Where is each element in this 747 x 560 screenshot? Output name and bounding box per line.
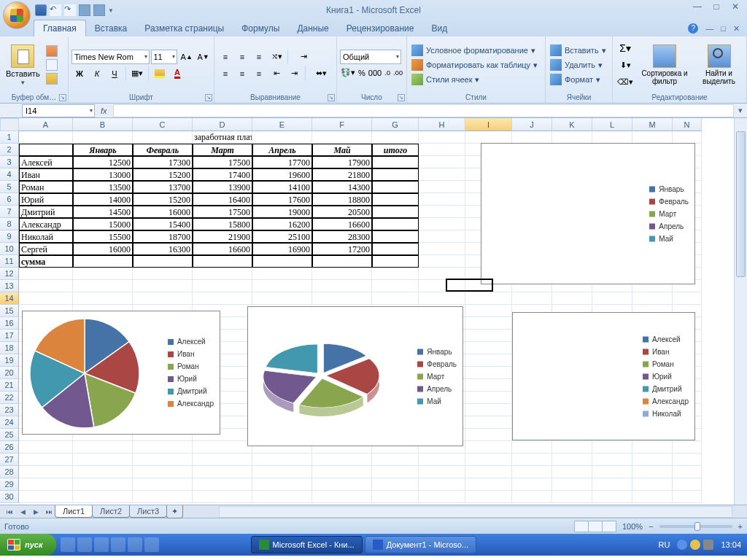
cell[interactable] bbox=[19, 280, 73, 292]
align-right-icon[interactable]: ≡ bbox=[251, 66, 267, 81]
cell[interactable]: 19600 bbox=[252, 168, 312, 181]
cell[interactable] bbox=[312, 478, 372, 491]
cell[interactable]: Александр bbox=[19, 218, 73, 230]
column-header-B[interactable]: B bbox=[73, 118, 133, 131]
cell[interactable]: итого bbox=[372, 144, 419, 156]
column-header-A[interactable]: A bbox=[19, 118, 73, 131]
cell[interactable]: сумма bbox=[19, 255, 73, 268]
cell[interactable] bbox=[673, 131, 702, 144]
vscroll-thumb[interactable] bbox=[736, 131, 746, 277]
cell[interactable] bbox=[372, 243, 419, 255]
cell-styles-button[interactable]: Стили ячеек ▾ bbox=[410, 73, 539, 86]
decrease-decimal-icon[interactable]: .00 bbox=[392, 66, 403, 80]
cell[interactable] bbox=[673, 441, 702, 454]
comma-icon[interactable]: 000 bbox=[368, 66, 382, 80]
cell[interactable]: 16400 bbox=[193, 193, 252, 206]
cell[interactable] bbox=[312, 466, 372, 478]
column-header-F[interactable]: F bbox=[312, 118, 372, 131]
wrap-text-icon[interactable]: ⇥ bbox=[291, 50, 316, 64]
cell[interactable]: Юрий bbox=[19, 193, 73, 206]
ribbon-minimize-icon[interactable]: — bbox=[705, 24, 713, 33]
cell[interactable] bbox=[419, 156, 465, 168]
cell[interactable] bbox=[673, 292, 702, 305]
italic-button[interactable]: К bbox=[89, 66, 105, 81]
shrink-font-icon[interactable]: A▼ bbox=[196, 50, 211, 64]
column-header-D[interactable]: D bbox=[193, 118, 252, 131]
cell[interactable] bbox=[465, 478, 512, 491]
cell[interactable] bbox=[193, 255, 252, 268]
cell[interactable] bbox=[252, 268, 312, 280]
cell[interactable]: Роман bbox=[19, 181, 73, 193]
fill-icon[interactable]: ⬇▾ bbox=[617, 58, 633, 72]
cell[interactable] bbox=[193, 466, 252, 478]
cell[interactable] bbox=[465, 330, 512, 342]
cell[interactable]: 16600 bbox=[312, 218, 372, 230]
cell[interactable] bbox=[372, 218, 419, 230]
cell[interactable] bbox=[372, 156, 419, 168]
cell[interactable] bbox=[419, 230, 465, 243]
cell[interactable]: 16000 bbox=[133, 206, 193, 218]
cell[interactable]: 13500 bbox=[73, 181, 133, 193]
percent-icon[interactable]: % bbox=[357, 66, 366, 80]
cell[interactable] bbox=[465, 292, 512, 305]
cell[interactable] bbox=[632, 441, 673, 454]
row-header[interactable]: 26 bbox=[0, 441, 19, 454]
row-header[interactable]: 24 bbox=[0, 416, 19, 429]
cell[interactable] bbox=[419, 466, 465, 478]
zoom-slider[interactable] bbox=[659, 525, 732, 528]
ql-icon-4[interactable] bbox=[111, 537, 125, 552]
conditional-formatting-button[interactable]: Условное форматирование ▾ bbox=[410, 44, 539, 57]
cell[interactable] bbox=[73, 454, 133, 466]
zoom-out-icon[interactable]: − bbox=[649, 522, 653, 531]
cell[interactable] bbox=[632, 292, 673, 305]
copy-icon[interactable] bbox=[46, 59, 58, 71]
cell[interactable] bbox=[419, 243, 465, 255]
cell[interactable] bbox=[73, 466, 133, 478]
fill-color-button[interactable] bbox=[152, 66, 168, 81]
cell[interactable] bbox=[252, 466, 312, 478]
row-header[interactable]: 18 bbox=[0, 342, 19, 354]
grow-font-icon[interactable]: A▲ bbox=[179, 50, 194, 64]
cell[interactable] bbox=[133, 255, 193, 268]
cell[interactable] bbox=[632, 491, 673, 503]
row-header[interactable]: 3 bbox=[0, 156, 19, 168]
cell[interactable]: 15400 bbox=[133, 218, 193, 230]
cell[interactable] bbox=[632, 466, 673, 478]
cell[interactable] bbox=[252, 280, 312, 292]
cell[interactable] bbox=[73, 268, 133, 280]
cell[interactable]: 20500 bbox=[312, 206, 372, 218]
cell[interactable]: Николай bbox=[19, 230, 73, 243]
align-bottom-icon[interactable]: ≡ bbox=[251, 50, 267, 64]
cell[interactable] bbox=[193, 441, 252, 454]
align-middle-icon[interactable]: ≡ bbox=[234, 50, 250, 64]
cell[interactable] bbox=[552, 466, 592, 478]
cell[interactable] bbox=[673, 466, 702, 478]
cell[interactable] bbox=[465, 342, 512, 354]
cell[interactable] bbox=[133, 466, 193, 478]
cell[interactable] bbox=[419, 218, 465, 230]
column-header-I[interactable]: I bbox=[465, 118, 512, 131]
cell[interactable] bbox=[372, 206, 419, 218]
taskbar-lang[interactable]: RU bbox=[659, 540, 670, 549]
cell[interactable] bbox=[465, 441, 512, 454]
cell[interactable] bbox=[252, 292, 312, 305]
cell[interactable] bbox=[465, 305, 512, 317]
cell[interactable] bbox=[133, 131, 193, 144]
taskbar-item-word[interactable]: Документ1 - Microso... bbox=[365, 536, 476, 553]
row-header[interactable]: 11 bbox=[0, 255, 19, 268]
cell[interactable] bbox=[512, 478, 552, 491]
merge-center-icon[interactable]: ⬌▾ bbox=[309, 66, 333, 81]
column-header-H[interactable]: H bbox=[419, 118, 465, 131]
cell[interactable]: 17500 bbox=[193, 156, 252, 168]
cell[interactable] bbox=[552, 441, 592, 454]
align-top-icon[interactable]: ≡ bbox=[217, 50, 233, 64]
cell[interactable] bbox=[193, 454, 252, 466]
tab-view[interactable]: Вид bbox=[422, 20, 456, 36]
cell[interactable]: 19000 bbox=[252, 206, 312, 218]
cell[interactable] bbox=[252, 454, 312, 466]
cell[interactable] bbox=[552, 131, 592, 144]
cell[interactable] bbox=[312, 292, 372, 305]
cell[interactable]: 18700 bbox=[133, 230, 193, 243]
cell[interactable]: 15800 bbox=[193, 218, 252, 230]
cell[interactable] bbox=[552, 454, 592, 466]
